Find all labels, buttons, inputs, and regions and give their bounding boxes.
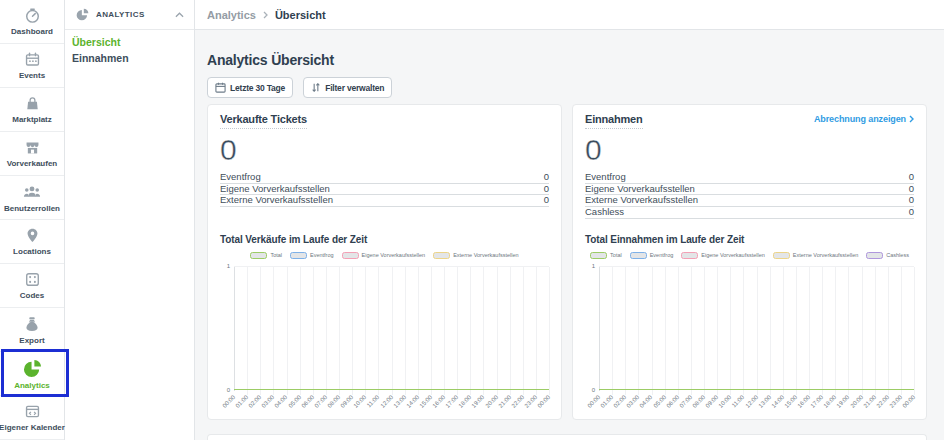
sidebar-item-marktplatz[interactable]: Marktplatz [0,88,64,132]
card-title: Verkaufte Tickets [220,113,307,129]
analytics-icon [23,359,42,378]
tickets-chart: TotalEventfrogEigene VorverkaufsstellenE… [220,249,549,414]
legend-item[interactable]: Eigene Vorverkaufsstellen [342,252,426,259]
content: Analytics Übersicht Letzte 30 Tage Filte… [195,30,944,440]
analytics-sidebar-header[interactable]: ANALYTICS [65,0,194,30]
sidebar-item-label: Codes [20,291,44,300]
page-title: Analytics Übersicht [207,52,927,68]
card-title: Einnahmen [585,113,643,129]
user-roles-icon [23,183,41,201]
analytics-sidebar: ANALYTICS Übersicht Einnahmen [65,0,195,440]
sidebar-item-events[interactable]: Events [0,44,64,88]
revenue-card: Einnahmen Abrechnung anzeigen 0 Eventfro… [572,104,927,420]
stat-row: Externe Vorverkaufsstellen0 [220,195,549,207]
breadcrumb-parent[interactable]: Analytics [207,9,256,21]
tickets-breakdown: Eventfrog0Eigene Vorverkaufsstellen0Exte… [220,172,549,219]
sidebar-item-label: Benutzerrollen [4,204,60,213]
presale-icon [24,139,41,156]
chart-title: Total Verkäufe im Laufe der Zeit [220,234,549,245]
export-icon [23,315,41,333]
date-range-button-label: Letzte 30 Tage [230,83,285,93]
sidebar-item-export[interactable]: Export [0,308,64,352]
next-card-top [207,434,927,440]
x-axis: 00:0001:0002:0003:0004:0005:0006:0007:00… [234,390,549,414]
main-area: Analytics Übersicht Analytics Übersicht … [195,0,944,440]
sidebar-item-label: Dashboard [11,27,53,36]
locations-icon [24,227,41,244]
sidebar-item-eigener-kalender[interactable]: Eigener Kalender [0,396,64,440]
chevron-up-icon[interactable] [175,12,184,18]
legend-item[interactable]: Eventfrog [290,252,334,259]
marketplace-icon [24,95,41,112]
subnav-item-einnahmen[interactable]: Einnahmen [72,52,194,64]
sidebar-item-codes[interactable]: Codes [0,264,64,308]
dashboard-icon [24,7,41,24]
sidebar-item-label: Events [19,71,45,80]
breadcrumb: Analytics Übersicht [195,0,944,30]
y-axis: 10 [220,266,234,390]
breadcrumb-current: Übersicht [275,9,326,21]
legend-item[interactable]: Eventfrog [630,252,674,259]
tickets-total: 0 [220,135,549,169]
stat-row: Eventfrog0 [220,172,549,184]
x-axis: 00:0001:0002:0003:0004:0005:0006:0007:00… [599,390,914,414]
sidebar-item-label: Analytics [14,381,50,390]
legend-item[interactable]: Eigene Vorverkaufsstellen [681,252,765,259]
sidebar-item-vorverkaufen[interactable]: Vorverkaufen [0,132,64,176]
icon-sidebar: Dashboard Events Marktplatz Vorverkaufen… [0,0,65,440]
sidebar-item-label: Marktplatz [12,115,52,124]
chart-title: Total Einnahmen im Laufe der Zeit [585,234,914,245]
pie-chart-icon [76,8,89,21]
analytics-sidebar-title: ANALYTICS [96,10,168,19]
sidebar-item-label: Eigener Kalender [0,423,65,432]
legend-item[interactable]: Cashless [866,252,909,259]
sidebar-item-label: Vorverkaufen [7,159,58,168]
subnav-item-uebersicht[interactable]: Übersicht [72,36,194,48]
manage-filters-button[interactable]: Filter verwalten [303,77,392,98]
chevron-right-icon [909,115,914,123]
y-axis: 10 [585,266,599,390]
page: Dashboard Events Marktplatz Vorverkaufen… [0,0,944,440]
sidebar-item-locations[interactable]: Locations [0,220,64,264]
chevron-right-icon [263,11,268,19]
billing-link[interactable]: Abrechnung anzeigen [814,114,914,124]
date-range-button[interactable]: Letzte 30 Tage [207,77,293,98]
plot-area [599,266,914,390]
legend-item[interactable]: Externe Vorverkaufsstellen [773,252,858,259]
chart-legend: TotalEventfrogEigene VorverkaufsstellenE… [220,249,549,261]
sidebar-item-benutzerrollen[interactable]: Benutzerrollen [0,176,64,220]
manage-filters-button-label: Filter verwalten [325,83,384,93]
legend-item[interactable]: Total [590,252,622,259]
plot-area [234,266,549,390]
sidebar-item-analytics[interactable]: Analytics [0,352,64,396]
legend-item[interactable]: Externe Vorverkaufsstellen [433,252,518,259]
chart-legend: TotalEventfrogEigene VorverkaufsstellenE… [585,249,914,261]
legend-item[interactable]: Total [250,252,282,259]
tickets-card: Verkaufte Tickets 0 Eventfrog0Eigene Vor… [207,104,562,420]
sidebar-item-label: Locations [13,247,51,256]
revenue-chart: TotalEventfrogEigene VorverkaufsstellenE… [585,249,914,414]
revenue-total: 0 [585,135,914,169]
stat-row: Externe Vorverkaufsstellen0 [585,195,914,207]
stat-row: Eventfrog0 [585,172,914,184]
filter-icon [311,82,321,93]
revenue-breakdown: Eventfrog0Eigene Vorverkaufsstellen0Exte… [585,172,914,219]
stat-row: Cashless0 [585,207,914,219]
own-calendar-icon [24,403,41,420]
events-icon [24,51,41,68]
calendar-icon [215,82,226,93]
sidebar-item-label: Export [19,336,44,345]
codes-icon [24,271,41,288]
sidebar-item-dashboard[interactable]: Dashboard [0,0,64,44]
